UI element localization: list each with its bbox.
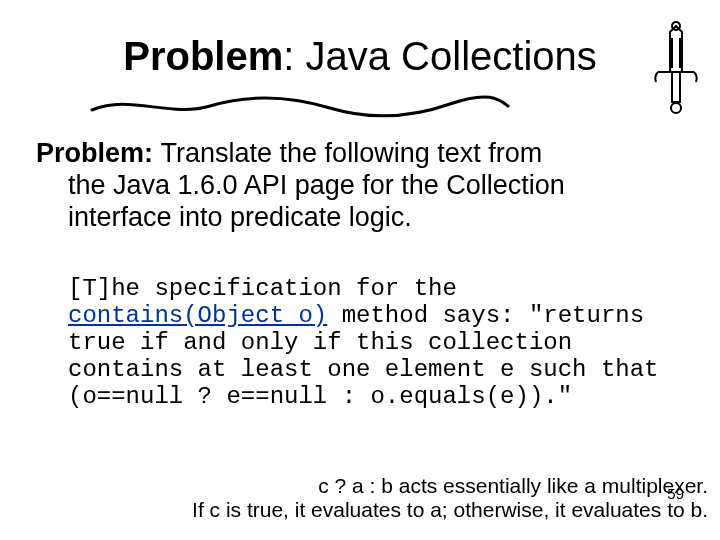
slide: Problem: Java Collections Problem: Trans… (0, 0, 720, 540)
code-quote: [T]he specification for the contains(Obj… (68, 276, 660, 410)
underline-squiggle-icon (90, 92, 510, 120)
footnote-line2: If c is true, it evaluates to a; otherwi… (0, 498, 708, 522)
problem-line1: Translate the following text from (161, 138, 543, 168)
problem-line2: the Java 1.6.0 API page for the Collecti… (68, 170, 684, 202)
footnote: c ? a : b acts essentially like a multip… (0, 474, 708, 522)
code-seg1: [T]he specification for the (68, 275, 457, 302)
problem-label: Problem: (36, 138, 161, 168)
svg-rect-2 (672, 72, 680, 102)
title-bold: Problem (123, 34, 283, 78)
slide-title: Problem: Java Collections (0, 34, 720, 79)
problem-statement: Problem: Translate the following text fr… (36, 138, 684, 234)
svg-point-3 (671, 103, 681, 113)
footnote-line1: c ? a : b acts essentially like a multip… (0, 474, 708, 498)
sword-icon (648, 18, 704, 118)
title-rest: : Java Collections (283, 34, 596, 78)
problem-line3: interface into predicate logic. (68, 202, 684, 234)
code-link[interactable]: contains(Object o) (68, 302, 327, 329)
